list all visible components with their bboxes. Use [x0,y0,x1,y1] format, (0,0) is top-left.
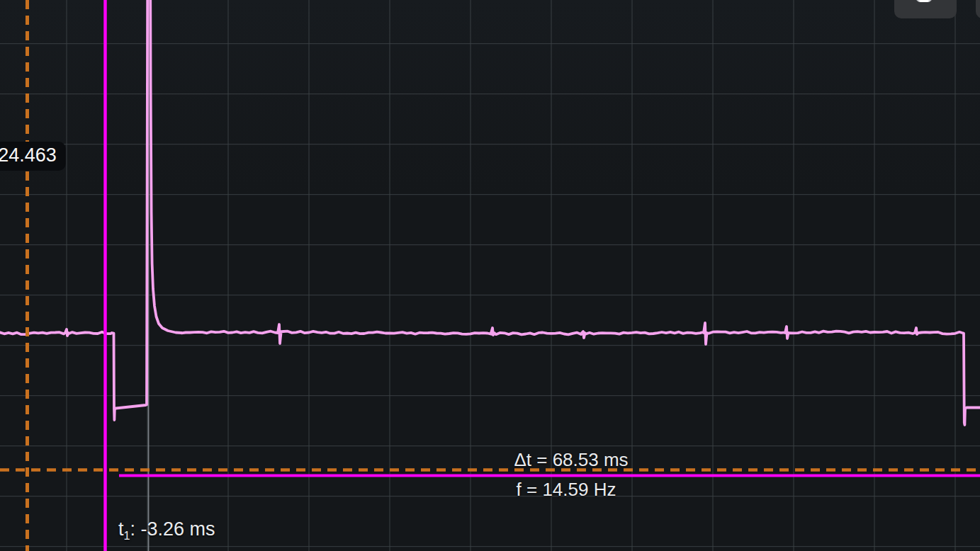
scope-display [0,0,980,551]
t1-cursor-readout: t1: -3.26 ms [118,519,215,539]
channel-trace [0,0,980,425]
toolbar-button-partial[interactable] [894,0,957,18]
orange-cursor-value-label[interactable]: 24.463 [0,142,66,171]
oscilloscope-screen: 24.463 Δt = 68.53 ms f = 14.59 Hz t1: -3… [0,0,980,551]
t1-subscript: 1 [124,529,130,542]
frequency-readout: f = 14.59 Hz [517,480,616,499]
partial-white-icon [916,0,933,2]
delta-t-readout: Δt = 68.53 ms [514,450,628,470]
t1-prefix: t [118,518,124,540]
t1-value: : -3.26 ms [130,518,215,540]
